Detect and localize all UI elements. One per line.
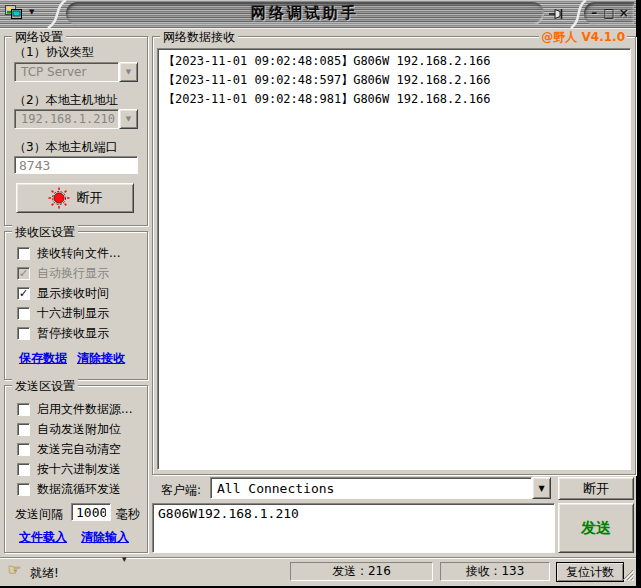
checkbox-hex-display[interactable]: ✓ 十六进制显示 (17, 306, 109, 321)
clear-input-link[interactable]: 清除输入 (81, 529, 129, 546)
red-led-icon (48, 187, 70, 209)
window-controls: – □ × (584, 2, 634, 25)
receive-settings-group: 接收区设置 ✓ 接收转向文件... ✓ 自动换行显示 ✓ 显示接收时间 ✓ 十六… (4, 231, 148, 380)
reset-count-button[interactable]: 复位计数 (556, 562, 624, 582)
splitter-arrow-icon: ▾ (122, 554, 127, 564)
disconnect-button-main[interactable]: 断开 (16, 183, 134, 213)
checkbox-box[interactable]: ✓ (17, 443, 30, 456)
disconnect-button-label: 断开 (77, 189, 103, 207)
send-interval-label: 发送间隔 (15, 506, 63, 523)
port-label: （3）本地主机端口 (14, 139, 118, 156)
ready-hand-icon: ☞ (7, 562, 20, 577)
app-icon[interactable] (5, 5, 22, 24)
send-input[interactable]: G806W192.168.1.210 (152, 503, 555, 553)
network-settings-group: 网络设置 （1）协议类型 TCP Server ▼ （2）本地主机地址 192.… (4, 36, 148, 226)
network-data-receive-group: 网络数据接收 @野人 V4.1.0 【2023-11-01 09:02:48:0… (152, 36, 636, 475)
address-combobox[interactable]: 192.168.1.210 ▼ (14, 109, 138, 129)
checkbox-pause-receive[interactable]: ✓ 暂停接收显示 (17, 326, 109, 341)
status-message: 就绪! (30, 565, 59, 582)
client-dropdown-arrow-icon[interactable]: ▼ (532, 477, 551, 499)
checkbox-loop-send[interactable]: ✓ 数据流循环发送 (17, 482, 121, 497)
protocol-label: （1）协议类型 (14, 44, 94, 61)
window-title: 网络调试助手 (251, 4, 359, 23)
network-data-receive-title: 网络数据接收 (160, 29, 238, 46)
checkbox-box[interactable]: ✓ (17, 483, 30, 496)
receive-log-area[interactable]: 【2023-11-01 09:02:48:085】G806W 192.168.2… (157, 48, 631, 470)
client-combobox[interactable]: All Connections ▼ (210, 477, 551, 499)
received-counter: 接收 : 133 (440, 562, 550, 581)
checkbox-box[interactable]: ✓ (17, 307, 30, 320)
checkbox-box[interactable]: ✓ (17, 423, 30, 436)
checkbox-box[interactable]: ✓ (17, 247, 30, 260)
checkbox-receive-to-file[interactable]: ✓ 接收转向文件... (17, 246, 120, 261)
checkbox-box[interactable]: ✓ (17, 403, 30, 416)
pin-icon[interactable] (548, 6, 568, 25)
send-interval-unit: 毫秒 (116, 506, 140, 523)
send-settings-group: 发送区设置 ✓ 启用文件数据源... ✓ 自动发送附加位 ✓ 发送完自动清空 ✓… (4, 385, 148, 553)
send-interval-input[interactable] (71, 503, 111, 521)
checkbox-box[interactable]: ✓ (17, 327, 30, 340)
checkbox-send-as-hex[interactable]: ✓ 按十六进制发送 (17, 462, 121, 477)
titlebar[interactable]: ▼ 网络调试助手 – □ × (0, 0, 636, 29)
checkbox-box[interactable]: ✓ (17, 463, 30, 476)
maximize-button[interactable]: □ (602, 3, 617, 24)
close-button[interactable]: × (616, 3, 631, 24)
log-line: 【2023-11-01 09:02:48:981】G806W 192.168.2… (163, 90, 625, 109)
send-button[interactable]: 发送 (558, 503, 634, 553)
disconnect-button-client[interactable]: 断开 (558, 477, 634, 500)
receive-settings-title: 接收区设置 (12, 224, 78, 241)
checkbox-box[interactable]: ✓ (17, 287, 30, 300)
version-label: @野人 V4.1.0 (539, 29, 627, 46)
log-line: 【2023-11-01 09:02:48:085】G806W 192.168.2… (163, 52, 625, 71)
protocol-value: TCP Server (14, 62, 119, 82)
sent-counter: 发送 : 216 (290, 562, 433, 581)
checkbox-clear-after-send[interactable]: ✓ 发送完自动清空 (17, 442, 121, 457)
title-area: 网络调试助手 (66, 2, 544, 25)
protocol-combobox[interactable]: TCP Server ▼ (14, 62, 138, 82)
system-menu-arrow-icon[interactable]: ▼ (29, 8, 34, 16)
clear-receive-link[interactable]: 清除接收 (77, 350, 125, 367)
address-value: 192.168.1.210 (14, 109, 119, 129)
checkbox-show-receive-time[interactable]: ✓ 显示接收时间 (17, 286, 109, 301)
checkbox-auto-wrap: ✓ 自动换行显示 (17, 266, 109, 281)
titlebar-swoosh-left (46, 0, 68, 28)
checkbox-auto-send-append[interactable]: ✓ 自动发送附加位 (17, 422, 121, 437)
client-label: 客户端: (161, 482, 201, 499)
resize-grip[interactable] (621, 568, 635, 585)
address-dropdown-arrow-icon[interactable]: ▼ (119, 109, 138, 129)
send-settings-title: 发送区设置 (12, 378, 78, 395)
log-line: 【2023-11-01 09:02:48:597】G806W 192.168.2… (163, 71, 625, 90)
load-file-link[interactable]: 文件载入 (19, 529, 67, 546)
minimize-button[interactable]: – (587, 3, 602, 24)
address-label: （2）本地主机地址 (14, 92, 118, 109)
protocol-dropdown-arrow-icon[interactable]: ▼ (119, 62, 138, 82)
port-input[interactable] (14, 156, 138, 174)
checkbox-box: ✓ (17, 267, 30, 280)
client-selected-value: All Connections (210, 477, 532, 499)
checkbox-file-data-source[interactable]: ✓ 启用文件数据源... (17, 402, 132, 417)
save-data-link[interactable]: 保存数据 (19, 350, 67, 367)
app-window: ▼ 网络调试助手 – □ × 网络设置 （1）协议类型 TCP Server (0, 0, 636, 585)
status-bar: ▾ ☞ 就绪! 发送 : 216 接收 : 133 复位计数 (0, 557, 636, 586)
